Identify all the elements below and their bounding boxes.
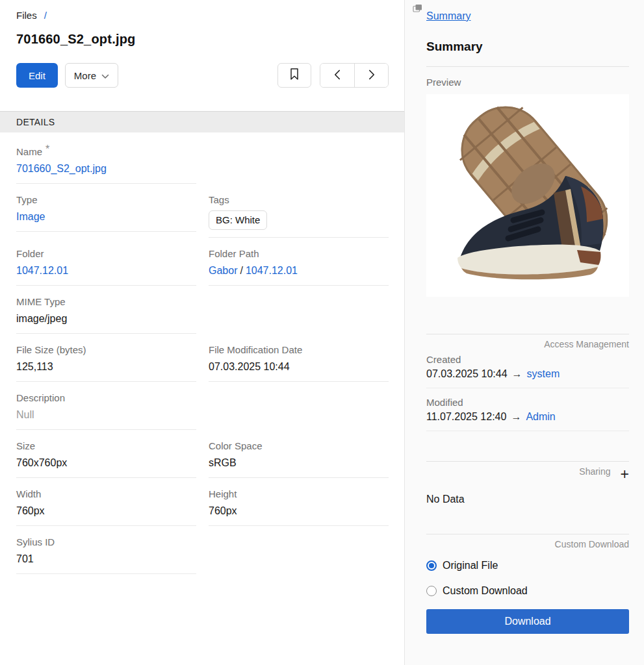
access-management-caption: Access Management [426,339,629,349]
created-datetime: 07.03.2025 10:44 [426,368,508,379]
arrow-right-icon: → [511,411,521,422]
radio-custom-download[interactable]: Custom Download [426,585,629,597]
field-type: Type Image [16,194,196,232]
field-folder-label: Folder [16,247,196,260]
custom-download-caption: Custom Download [426,539,629,549]
page-title: 701660_S2_opt.jpg [16,32,389,47]
next-asset-button[interactable] [354,64,388,87]
field-folder-path-label: Folder Path [209,247,389,260]
bookmark-button[interactable] [277,63,311,88]
field-description-label: Description [16,392,196,405]
field-description-value: Null [16,408,196,422]
divider [426,66,629,67]
divider [426,534,629,534]
field-file-modification-date: File Modification Date 07.03.2025 10:44 [209,344,389,382]
field-mime-type: MIME Type image/jpeg [16,295,196,334]
more-button-label: More [74,70,96,81]
field-mime-type-value: image/jpeg [16,312,196,326]
add-sharing-icon[interactable]: + [621,469,629,479]
field-sylius-id-label: Sylius ID [16,536,196,549]
field-height: Height 760px [209,488,389,526]
field-name: Name* 701660_S2_opt.jpg [16,145,196,184]
field-file-modification-date-value: 07.03.2025 10:44 [209,360,389,374]
edit-button[interactable]: Edit [16,63,58,88]
field-name-label-text: Name [16,146,42,157]
field-height-value: 760px [209,504,389,518]
radio-original-file[interactable]: Original File [426,560,629,571]
tag-chip[interactable]: BG: White [209,210,267,230]
grid-spacer [209,392,389,429]
created-block: Created 07.03.2025 10:44→system [426,354,629,388]
tab-summary[interactable]: Summary [426,10,470,22]
field-description: Description Null [16,392,196,430]
field-width-value: 760px [16,504,196,518]
field-type-label: Type [16,194,196,207]
breadcrumb-files-link[interactable]: Files [16,10,37,21]
breadcrumb: Files / [16,10,389,21]
field-color-space-label: Color Space [209,440,389,453]
radio-unselected-icon[interactable] [426,586,437,596]
field-height-label: Height [209,488,389,501]
field-name-value-link[interactable]: 701660_S2_opt.jpg [16,163,107,174]
field-type-value-link[interactable]: Image [16,211,45,222]
summary-heading: Summary [426,40,629,54]
field-sylius-id-value: 701 [16,552,196,566]
previous-asset-button[interactable] [320,64,354,87]
divider [426,461,629,462]
breadcrumb-separator: / [44,10,47,21]
field-size-value: 760x760px [16,456,196,470]
required-asterisk: * [45,144,49,155]
toolbar: Edit More [16,63,389,88]
asset-detail-page: Files / 701660_S2_opt.jpg Edit More [0,0,644,665]
field-folder-path: Folder Path Gabor/1047.12.01 [209,247,389,286]
modified-user-link[interactable]: Admin [526,411,555,422]
field-sylius-id: Sylius ID 701 [16,536,196,574]
field-color-space-value: sRGB [209,456,389,470]
modified-label: Modified [426,397,629,408]
field-tags: Tags BG: White [209,194,389,238]
created-user-link[interactable]: system [527,368,560,379]
field-color-space: Color Space sRGB [209,440,389,478]
field-width: Width 760px [16,488,196,526]
sharing-header: Sharing + [426,466,629,477]
field-width-label: Width [16,488,196,501]
field-size-label: Size [16,440,196,453]
field-file-size-value: 125,113 [16,360,196,374]
folder-path-parent-link[interactable]: Gabor [209,265,237,276]
asset-nav-group [320,63,389,88]
chevron-left-icon [334,69,341,82]
preview-label: Preview [426,77,629,88]
field-size: Size 760x760px [16,440,196,478]
sharing-caption: Sharing [579,466,610,477]
chevron-right-icon [368,69,375,82]
created-label: Created [426,354,629,365]
field-name-label: Name* [16,145,196,158]
field-tags-label: Tags [209,194,389,207]
asset-preview-image[interactable] [426,94,629,297]
download-button[interactable]: Download [426,609,629,634]
modified-block: Modified 11.07.2025 12:40→Admin [426,397,629,431]
chevron-down-icon [101,70,109,81]
field-file-size: File Size (bytes) 125,113 [16,344,196,382]
asset-header: Files / 701660_S2_opt.jpg Edit More [0,0,404,88]
field-file-modification-date-label: File Modification Date [209,344,389,357]
panels-icon[interactable] [413,4,422,16]
divider [426,334,629,334]
field-folder: Folder 1047.12.01 [16,247,196,286]
field-file-size-label: File Size (bytes) [16,344,196,357]
asset-main-panel: Files / 701660_S2_opt.jpg Edit More [0,0,404,665]
grid-spacer [209,536,389,573]
bookmark-icon [289,68,300,83]
radio-selected-icon[interactable] [426,560,437,571]
arrow-right-icon: → [512,368,522,379]
more-button[interactable]: More [65,63,118,88]
field-folder-value-link[interactable]: 1047.12.01 [16,265,68,276]
folder-path-separator: / [240,265,242,276]
radio-custom-download-label: Custom Download [443,585,528,597]
folder-path-child-link[interactable]: 1047.12.01 [246,265,298,276]
summary-sidebar: Summary Summary Preview [404,0,644,665]
details-section-header: DETAILS [0,111,404,132]
sharing-empty-text: No Data [426,494,629,505]
grid-spacer [209,145,389,183]
radio-original-file-label: Original File [443,560,498,571]
